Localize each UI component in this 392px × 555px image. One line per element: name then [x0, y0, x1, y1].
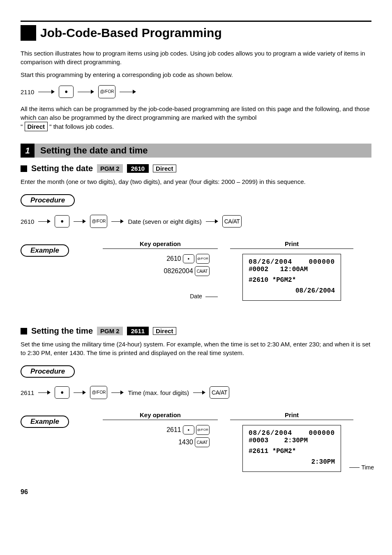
procedure-pill: Procedure	[21, 194, 75, 207]
page-title: Job-Code-Based Programming	[40, 26, 222, 40]
arrow-icon	[74, 219, 86, 224]
date-flow-text: Date (seven or eight digits)	[128, 218, 201, 225]
dot-key: •	[59, 86, 74, 98]
intro-flow-code: 2110	[21, 88, 34, 95]
intro-flow: 2110 • @/FOR	[21, 85, 371, 98]
date-keyop-lines: 2610 • @/FOR 08262004 CA/AT	[103, 254, 218, 276]
time-flow-code: 2611	[21, 389, 34, 396]
direct-label: Direct	[153, 165, 176, 172]
square-bullet-icon	[21, 165, 27, 172]
arrow-icon	[38, 219, 51, 224]
arrow-icon	[74, 390, 86, 395]
receipt-zeros: 000000	[309, 258, 335, 266]
receipt-date: 08/26/2004	[249, 258, 292, 266]
example-pill: Example	[21, 244, 69, 257]
direct-label: Direct	[153, 327, 176, 335]
pgm2-label: PGM 2	[97, 327, 123, 335]
dot-key: •	[183, 254, 194, 263]
keyop-code-2: 08262004	[164, 267, 193, 275]
main-heading: Job-Code-Based Programming	[21, 25, 371, 41]
receipt-hashcode: #2610	[249, 276, 268, 284]
keyop-header: Key operation	[103, 240, 218, 249]
time-receipt: 08/26/2004000000 #0003 2:30PM #2611 *PGM…	[242, 425, 341, 472]
time-flow-text: Time (max. four digits)	[128, 389, 189, 396]
section-1-bar: 1 Setting the date and time	[21, 144, 371, 158]
top-rule	[21, 21, 371, 22]
keyop-code-1: 2610	[166, 255, 181, 262]
time-keyop-lines: 2611 • @/FOR 1430 CA/AT	[103, 425, 218, 447]
print-header: Print	[230, 240, 353, 249]
time-subheading: Setting the time PGM 2 2611 Direct	[21, 326, 371, 336]
keyop-code-2: 1430	[178, 439, 193, 446]
arrow-icon	[193, 390, 205, 395]
dot-key: •	[55, 215, 69, 228]
date-subheading: Setting the date PGM 2 2610 Direct	[21, 164, 371, 173]
print-header: Print	[230, 411, 353, 420]
heading-square-icon	[21, 25, 36, 41]
at-for-key: @/FOR	[196, 254, 210, 264]
dot-key: •	[55, 386, 69, 399]
arrow-icon	[78, 89, 94, 94]
intro-p3a: All the items which can be programmed by…	[21, 105, 370, 121]
ca-at-key: CA/AT	[195, 437, 210, 447]
direct-label: Direct	[25, 122, 48, 131]
square-bullet-icon	[21, 328, 27, 334]
section-title: Setting the date and time	[35, 144, 371, 158]
arrow-icon	[120, 89, 136, 94]
arrow-icon	[38, 89, 55, 94]
page-number: 96	[21, 488, 371, 496]
time-procedure-flow: 2611 • @/FOR Time (max. four digits) CA/…	[21, 386, 371, 399]
receipt-value: 08/26/2004	[249, 287, 335, 295]
arrow-icon	[111, 219, 124, 224]
receipt-pgm: *PGM2*	[272, 448, 296, 455]
arrow-icon	[38, 390, 51, 395]
dot-key: •	[183, 425, 194, 434]
ca-at-key: CA/AT	[195, 266, 210, 276]
arrow-icon	[111, 390, 124, 395]
at-for-key: @/FOR	[98, 85, 115, 98]
time-callout-label: Time	[361, 464, 374, 471]
date-callout-label: Date	[190, 293, 202, 300]
receipt-pgm: *PGM2*	[272, 276, 296, 284]
procedure-pill: Procedure	[21, 365, 75, 378]
receipt-time: 2:30PM	[284, 437, 308, 444]
receipt-hashcode: #2611	[249, 448, 268, 455]
intro-paragraph-1: This section illustrates how to program …	[21, 49, 371, 66]
intro-p3b: " that follows job codes.	[49, 123, 114, 130]
at-for-key: @/FOR	[90, 386, 107, 399]
pgm2-label: PGM 2	[97, 164, 123, 173]
section-number: 1	[21, 144, 35, 158]
intro-paragraph-3: All the items which can be programmed by…	[21, 104, 371, 131]
date-example-row: Example Key operation 2610 • @/FOR 08262…	[21, 240, 371, 301]
receipt-zeros: 000000	[309, 430, 335, 437]
ca-at-key: CA/AT	[222, 215, 242, 228]
receipt-time: 12:00AM	[280, 266, 308, 273]
at-for-key: @/FOR	[196, 425, 210, 435]
time-example-row: Example Key operation 2611 • @/FOR 1430 …	[21, 411, 371, 472]
receipt-hashnum: #0002	[249, 266, 268, 273]
keyop-code-1: 2611	[166, 426, 181, 434]
quote-open: "	[21, 123, 23, 130]
ca-at-key: CA/AT	[210, 386, 229, 399]
date-heading-text: Setting the date	[31, 164, 93, 173]
time-heading-text: Setting the time	[31, 326, 93, 336]
at-for-key: @/FOR	[90, 215, 107, 228]
date-flow-code: 2610	[21, 218, 34, 225]
date-procedure-flow: 2610 • @/FOR Date (seven or eight digits…	[21, 215, 371, 228]
receipt-hashnum: #0003	[249, 437, 268, 444]
intro-paragraph-2: Start this programming by entering a cor…	[21, 70, 371, 79]
job-code-label: 2611	[127, 327, 149, 335]
arrow-icon	[206, 219, 218, 224]
date-receipt: 08/26/2004000000 #0002 12:00AM #2610 *PG…	[242, 254, 341, 301]
receipt-value: 2:30PM	[249, 458, 335, 466]
job-code-label: 2610	[127, 164, 149, 173]
date-description: Enter the month (one or two digits), day…	[21, 177, 371, 186]
receipt-date: 08/26/2004	[249, 430, 292, 437]
example-pill: Example	[21, 416, 69, 428]
keyop-header: Key operation	[103, 411, 218, 420]
time-description: Set the time using the military time (24…	[21, 340, 371, 357]
